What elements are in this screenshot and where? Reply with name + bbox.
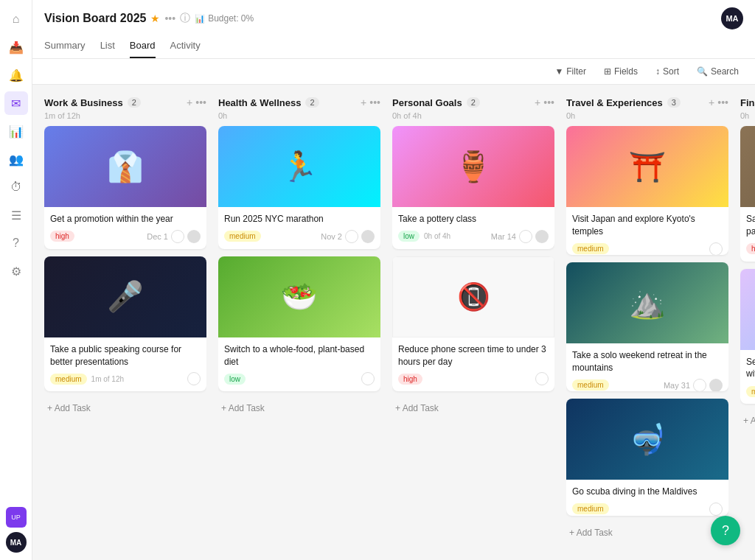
card-image: 🏺 [392,126,554,207]
priority-badge: medium [572,243,609,254]
more-column-icon[interactable]: ••• [717,97,728,108]
card-image: 🤿 [566,399,728,480]
card-title: Reduce phone screen time to under 3 hour… [398,343,549,368]
card-body: Set up an automated investment plan with… [740,350,755,405]
card[interactable]: 📵Reduce phone screen time to under 3 hou… [392,256,554,392]
card-status-button[interactable] [535,372,549,385]
clock-icon[interactable]: ⏱ [4,175,28,199]
column-subtitle-work: 1m of 12h [44,111,206,120]
card-status-button[interactable] [361,372,375,385]
card[interactable]: 🎤Take a public speaking course for bette… [44,256,206,392]
search-button[interactable]: 🔍 Search [692,63,743,80]
users-icon[interactable]: 👥 [4,147,28,171]
column-health: Health & Wellness 2 + ••• 0h🏃Run 2025 NY… [218,97,380,548]
column-cards-work: 👔Get a promotion within the yearhighDec … [44,126,206,424]
add-column-icon[interactable]: + [361,97,366,108]
card-footer: low0h of 4hMar 14 [398,230,549,243]
info-icon[interactable]: ⓘ [180,12,190,25]
card-footer: medium [572,503,723,516]
card-footer-left: low0h of 4h [398,231,450,242]
list-icon[interactable]: ☰ [4,203,28,227]
add-task-personal[interactable]: + Add Task [392,399,554,418]
bell-icon[interactable]: 🔔 [4,63,28,87]
help-button[interactable]: ? [711,516,740,545]
more-column-icon[interactable]: ••• [195,97,206,108]
star-icon[interactable]: ★ [150,13,160,24]
nav-tabs: Summary List Board Activity [44,34,743,58]
card-footer-right: Dec 1 [147,230,201,243]
card[interactable]: DownPaymentSave $10,000 for a house down… [740,126,755,262]
add-task-travel[interactable]: + Add Task [566,523,728,542]
card-footer-left: medium [572,503,609,514]
tab-summary[interactable]: Summary [44,34,86,58]
fields-button[interactable]: ⊞ Fields [599,63,642,80]
card-status-button[interactable] [519,230,532,243]
card-body: Switch to a whole-food, plant-based diet… [218,337,380,392]
header-title-area: Vision Board 2025 ★ ••• ⓘ 📊 Budget: 0% [44,12,254,25]
card[interactable]: ⛩️Visit Japan and explore Kyoto's temple… [566,126,728,255]
column-actions-health[interactable]: + ••• [361,97,380,108]
card[interactable]: 🥗Switch to a whole-food, plant-based die… [218,256,380,392]
user-avatar[interactable]: MA [721,7,743,29]
main-content: Vision Board 2025 ★ ••• ⓘ 📊 Budget: 0% M… [32,0,755,560]
card[interactable]: 👔Get a promotion within the yearhighDec … [44,126,206,249]
add-task-health[interactable]: + Add Task [218,399,380,418]
card[interactable]: ⛰️Take a solo weekend retreat in the mou… [566,262,728,391]
column-cards-finances: DownPaymentSave $10,000 for a house down… [740,126,755,436]
column-title-row: Personal Goals 2 [392,97,480,108]
mail-icon[interactable]: ✉ [4,91,28,115]
card-status-button[interactable] [709,242,723,255]
column-title-health: Health & Wellness [218,97,301,108]
column-header-travel: Travel & Experiences 3 + ••• [566,97,728,108]
card-status-button[interactable] [187,372,201,385]
card[interactable]: 🌱Set up an automated investment plan wit… [740,269,755,405]
column-cards-health: 🏃Run 2025 NYC marathonmediumNov 2🥗Switch… [218,126,380,424]
filter-icon: ▼ [554,66,563,77]
add-column-icon[interactable]: + [709,97,714,108]
column-actions-travel[interactable]: + ••• [709,97,728,108]
add-task-finances[interactable]: + Add Task [740,411,755,430]
inbox-icon[interactable]: 📥 [4,35,28,59]
card-image: ⛰️ [566,262,728,343]
add-task-work[interactable]: + Add Task [44,399,206,418]
more-column-icon[interactable]: ••• [369,97,380,108]
card-assignee-avatar [361,230,375,243]
tab-board[interactable]: Board [130,34,156,58]
chart-icon[interactable]: 📊 [4,119,28,143]
column-header-health: Health & Wellness 2 + ••• [218,97,380,108]
card-status-button[interactable] [171,230,184,243]
column-actions-work[interactable]: + ••• [187,97,206,108]
header: Vision Board 2025 ★ ••• ⓘ 📊 Budget: 0% M… [32,0,755,59]
card[interactable]: 🤿Go scuba diving in the Maldivesmedium [566,399,728,516]
card-status-button[interactable] [693,379,706,391]
card[interactable]: 🏺Take a pottery classlow0h of 4hMar 14 [392,126,554,249]
add-column-icon[interactable]: + [187,97,192,108]
card[interactable]: 🏃Run 2025 NYC marathonmediumNov 2 [218,126,380,249]
header-right: MA [721,7,743,29]
page-title: Vision Board 2025 [44,12,146,25]
card-footer-right: Nov 2 [321,230,375,243]
upgrade-button[interactable]: UP [6,507,27,528]
user-avatar-sidebar[interactable]: MA [6,532,27,553]
more-column-icon[interactable]: ••• [543,97,554,108]
card-footer: highDec 31 [746,242,755,256]
card-footer-left: high [50,231,74,242]
card-footer-right [535,372,549,385]
card-title: Save $10,000 for a house down payment [746,213,755,238]
card-title: Get a promotion within the year [50,213,201,225]
home-icon[interactable]: ⌂ [4,7,28,31]
question-sidebar-icon[interactable]: ? [4,231,28,255]
column-cards-travel: ⛩️Visit Japan and explore Kyoto's temple… [566,126,728,548]
column-actions-personal[interactable]: + ••• [535,97,554,108]
more-options-icon[interactable]: ••• [164,13,175,24]
card-status-button[interactable] [345,230,358,243]
settings-icon[interactable]: ⚙ [4,259,28,283]
tab-list[interactable]: List [100,34,115,58]
card-status-button[interactable] [709,503,723,516]
sort-button[interactable]: ↕ Sort [651,63,683,80]
add-column-icon[interactable]: + [535,97,540,108]
card-body: Reduce phone screen time to under 3 hour… [392,337,554,392]
tab-activity[interactable]: Activity [170,34,201,58]
card-footer-left: high [746,243,755,254]
filter-button[interactable]: ▼ Filter [550,63,591,80]
